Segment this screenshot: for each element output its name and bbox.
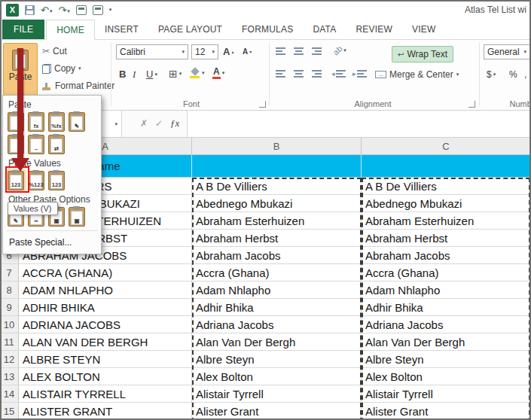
tab-file[interactable]: FILE (2, 20, 44, 39)
cell-C14[interactable]: Alistair Tyrrell (362, 385, 531, 403)
save-icon[interactable] (25, 5, 35, 15)
cell-C6[interactable]: Abraham Jacobs (362, 247, 531, 264)
cell-A12[interactable]: ALBRE STEYN (19, 351, 192, 368)
tab-review[interactable]: REVIEW (346, 20, 402, 39)
cancel-icon[interactable]: ✗ (140, 118, 148, 129)
tab-formulas[interactable]: FORMULAS (232, 20, 303, 39)
row-header[interactable]: 8 (0, 282, 19, 299)
cell-A13[interactable]: ALEX BOLTON (19, 368, 192, 385)
font-family-select[interactable]: Calibri▾ (116, 44, 188, 59)
increase-indent-button[interactable]: ▸ (352, 70, 367, 78)
paste-dropdown-icon[interactable]: ▾ (19, 83, 22, 89)
paste-option-values[interactable]: 123 (8, 171, 24, 190)
font-dialog-launcher[interactable] (259, 101, 266, 108)
cell-C7[interactable]: Accra (Ghana) (362, 264, 531, 282)
alignment-dialog-launcher[interactable] (468, 101, 475, 108)
paste-special-item[interactable]: Paste Special... (3, 233, 101, 252)
cell-C5[interactable]: Abraham Herbst (362, 230, 531, 247)
align-left-button[interactable] (276, 70, 285, 78)
cell-A8[interactable]: ADAM NHLAPHO (19, 282, 192, 299)
tab-insert[interactable]: INSERT (95, 20, 148, 39)
decrease-indent-button[interactable]: ◂ (331, 70, 346, 78)
cell-B8[interactable]: Adam Nhlapho (192, 282, 362, 299)
cell-C12[interactable]: Albre Steyn (362, 351, 531, 368)
paste-button[interactable]: Paste ▾ (3, 43, 38, 96)
tab-view[interactable]: VIEW (402, 20, 445, 39)
paste-option-formulas-number-formatting[interactable]: %fx (48, 112, 65, 132)
customize-qat-icon[interactable]: ▾ (109, 7, 112, 13)
cell-A11[interactable]: ALAN VAN DER BERGH (19, 333, 192, 351)
paste-option-keep-source-formatting[interactable]: ✎ (69, 112, 85, 132)
percent-style-button[interactable]: % (509, 69, 517, 80)
decrease-font-button[interactable]: A▾ (243, 47, 252, 56)
cell-B4[interactable]: Abraham Esterhuizen (192, 212, 362, 230)
top-align-button[interactable] (276, 47, 285, 55)
name-box-dropdown-icon[interactable]: ▾ (114, 121, 117, 127)
paste-option-formulas[interactable]: fx (28, 112, 44, 132)
insert-function-icon[interactable]: ƒx (170, 117, 179, 129)
tab-data[interactable]: DATA (303, 20, 346, 39)
column-header-C[interactable]: C (362, 138, 531, 155)
italic-button[interactable]: I (133, 68, 136, 81)
qat-icon-1[interactable] (76, 5, 87, 15)
cell-B13[interactable]: Alex Bolton (192, 368, 362, 385)
paste-option-linked-picture[interactable]: ▣ (69, 207, 85, 227)
bottom-align-button[interactable] (312, 47, 322, 55)
cell-C10[interactable]: Adriana Jacobs (362, 316, 531, 333)
enter-icon[interactable]: ✓ (155, 118, 163, 129)
middle-align-button[interactable] (294, 47, 304, 55)
cell-C13[interactable]: Alex Bolton (362, 368, 531, 385)
paste-option-paste[interactable] (8, 112, 24, 132)
align-center-button[interactable] (294, 70, 304, 78)
paste-option-transpose[interactable]: ⇄ (48, 135, 65, 154)
cell-B6[interactable]: Abraham Jacobs (192, 247, 362, 264)
paste-option-no-borders[interactable] (8, 135, 24, 154)
paste-option-values-number-formatting[interactable]: %123 (28, 171, 44, 190)
cell-B7[interactable]: Accra (Ghana) (192, 264, 362, 282)
cell-B3[interactable]: Abednego Mbukazi (192, 195, 362, 212)
row-header[interactable]: 14 (0, 385, 19, 403)
align-right-button[interactable] (312, 70, 322, 78)
cell-A10[interactable]: ADRIANA JACOBS (19, 316, 192, 333)
cell-C9[interactable]: Adhir Bhika (362, 299, 531, 316)
underline-button[interactable]: U▾ (146, 68, 157, 80)
formula-input[interactable] (187, 111, 531, 137)
merge-center-button[interactable]: ↔ Merge & Center▾ (375, 69, 459, 80)
cell-B12[interactable]: Albre Steyn (192, 351, 362, 368)
cell-B2[interactable]: A B De Villiers (192, 178, 362, 195)
row-header[interactable]: 13 (0, 368, 19, 385)
row-header[interactable]: 15 (0, 403, 19, 420)
column-header-B[interactable]: B (192, 138, 362, 155)
cell-B10[interactable]: Adriana Jacobs (192, 316, 362, 333)
row-header[interactable]: 9 (0, 299, 19, 316)
cell-B15[interactable]: Alister Grant (192, 403, 362, 420)
cell-C2[interactable]: A B De Villiers (362, 178, 531, 195)
cut-button[interactable]: ✂ Cut (42, 46, 67, 56)
borders-button[interactable]: ⊞▾ (169, 68, 182, 79)
row-header[interactable]: 10 (0, 316, 19, 333)
cell-B11[interactable]: Alan Van Der Bergh (192, 333, 362, 351)
cell-C4[interactable]: Abraham Esterhuizen (362, 212, 531, 230)
cell-C3[interactable]: Abednego Mbukazi (362, 195, 531, 212)
wrap-text-button[interactable]: ↩ Wrap Text (392, 46, 453, 62)
cell-C11[interactable]: Alan Van Der Bergh (362, 333, 531, 351)
redo-button[interactable]: ↷▾ (58, 5, 69, 15)
font-color-button[interactable]: A▾ (212, 67, 224, 79)
row-header[interactable]: 11 (0, 333, 19, 351)
undo-button[interactable]: ↶▾ (41, 5, 52, 15)
tab-home[interactable]: HOME (46, 20, 95, 40)
cell-A7[interactable]: ACCRA (GHANA) (19, 264, 192, 282)
format-painter-button[interactable]: Format Painter (42, 81, 114, 91)
font-size-select[interactable]: 12▾ (191, 44, 218, 59)
bold-button[interactable]: B (119, 68, 126, 80)
paste-option-keep-source-column-widths[interactable]: ↔ (28, 135, 44, 154)
tab-page-layout[interactable]: PAGE LAYOUT (148, 20, 232, 39)
accounting-format-button[interactable]: $▾ (487, 69, 496, 80)
cell-C8[interactable]: Adam Nhlapho (362, 282, 531, 299)
cell-B5[interactable]: Abraham Herbst (192, 230, 362, 247)
row-header[interactable]: 7 (0, 264, 19, 282)
orientation-button[interactable]: ab▾ (333, 46, 346, 55)
fill-color-button[interactable]: ▾ (190, 68, 205, 78)
cell-A9[interactable]: ADHIR BHIKA (19, 299, 192, 316)
cell-A15[interactable]: ALISTER GRANT (19, 403, 192, 420)
